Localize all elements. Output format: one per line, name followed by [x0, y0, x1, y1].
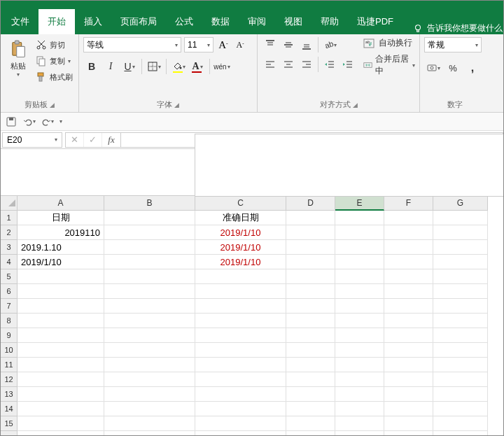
increase-font-button[interactable]: Aˆ [216, 38, 230, 52]
cell-D8[interactable] [286, 314, 335, 328]
cell-A12[interactable] [18, 372, 104, 387]
cell-E16[interactable] [335, 431, 384, 436]
cell-F6[interactable] [384, 284, 433, 299]
wrap-text-button[interactable]: ab 自动换行 [363, 37, 415, 49]
row-header-10[interactable]: 10 [1, 343, 18, 358]
cell-E2[interactable] [335, 225, 384, 240]
cut-button[interactable]: 剪切 [36, 37, 73, 52]
font-size-select[interactable]: 11▾ [184, 37, 214, 52]
cell-E6[interactable] [335, 284, 384, 299]
cell-C3[interactable]: 2019/1/10 [195, 240, 286, 255]
cell-B13[interactable] [104, 387, 195, 402]
column-header-G[interactable]: G [433, 196, 488, 211]
cell-D12[interactable] [286, 372, 335, 387]
cell-D11[interactable] [286, 358, 335, 372]
cell-F5[interactable] [384, 269, 433, 284]
row-header-15[interactable]: 15 [1, 416, 18, 431]
cell-D5[interactable] [286, 269, 335, 284]
cell-D9[interactable] [286, 328, 335, 343]
cell-D15[interactable] [286, 416, 335, 431]
cell-C4[interactable]: 2019/1/10 [195, 255, 286, 269]
align-center-button[interactable] [280, 57, 297, 72]
cell-G11[interactable] [433, 358, 488, 372]
cell-A9[interactable] [18, 328, 104, 343]
undo-button[interactable]: ▾ [23, 115, 36, 128]
cell-F12[interactable] [384, 372, 433, 387]
tab-insert[interactable]: 插入 [75, 9, 111, 34]
cell-D1[interactable] [286, 211, 335, 225]
cell-B14[interactable] [104, 402, 195, 416]
italic-button[interactable]: I [102, 58, 119, 75]
cell-A7[interactable] [18, 299, 104, 314]
cell-A2[interactable]: 2019110 [18, 225, 104, 240]
number-format-select[interactable]: 常规▾ [424, 37, 482, 52]
cell-A13[interactable] [18, 387, 104, 402]
cell-A6[interactable] [18, 284, 104, 299]
cell-C7[interactable] [195, 299, 286, 314]
row-header-3[interactable]: 3 [1, 240, 18, 255]
tab-home[interactable]: 开始 [38, 9, 75, 34]
cell-G15[interactable] [433, 416, 488, 431]
font-color-button[interactable]: A▾ [189, 58, 206, 75]
cell-C6[interactable] [195, 284, 286, 299]
cell-C13[interactable] [195, 387, 286, 402]
align-right-button[interactable] [298, 57, 315, 72]
align-middle-button[interactable] [280, 37, 297, 52]
cell-E3[interactable] [335, 240, 384, 255]
cell-C11[interactable] [195, 358, 286, 372]
cell-A15[interactable] [18, 416, 104, 431]
font-family-select[interactable]: 等线▾ [83, 37, 181, 52]
cell-A10[interactable] [18, 343, 104, 358]
column-header-A[interactable]: A [18, 196, 104, 211]
cell-A11[interactable] [18, 358, 104, 372]
row-header-13[interactable]: 13 [1, 387, 18, 402]
cell-F1[interactable] [384, 211, 433, 225]
cell-C1[interactable]: 准确日期 [195, 211, 286, 225]
cell-D16[interactable] [286, 431, 335, 436]
cell-E9[interactable] [335, 328, 384, 343]
column-header-D[interactable]: D [286, 196, 335, 211]
cell-G16[interactable] [433, 431, 488, 436]
cell-E11[interactable] [335, 358, 384, 372]
cell-C16[interactable] [195, 431, 286, 436]
cell-E8[interactable] [335, 314, 384, 328]
column-header-B[interactable]: B [104, 196, 195, 211]
cell-B7[interactable] [104, 299, 195, 314]
cell-F2[interactable] [384, 225, 433, 240]
cell-F15[interactable] [384, 416, 433, 431]
cell-C10[interactable] [195, 343, 286, 358]
cell-A8[interactable] [18, 314, 104, 328]
cell-G6[interactable] [433, 284, 488, 299]
align-left-button[interactable] [262, 57, 279, 72]
save-button[interactable] [5, 115, 18, 128]
column-header-E[interactable]: E [335, 196, 384, 211]
cell-C5[interactable] [195, 269, 286, 284]
cell-D13[interactable] [286, 387, 335, 402]
cell-B15[interactable] [104, 416, 195, 431]
cell-G5[interactable] [433, 269, 488, 284]
tab-data[interactable]: 数据 [202, 9, 239, 34]
cell-F14[interactable] [384, 402, 433, 416]
phonetic-button[interactable]: wén▾ [214, 58, 230, 75]
redo-button[interactable]: ▾ [41, 115, 54, 128]
cell-B6[interactable] [104, 284, 195, 299]
cell-B1[interactable] [104, 211, 195, 225]
cell-B5[interactable] [104, 269, 195, 284]
row-header-7[interactable]: 7 [1, 299, 18, 314]
cell-G10[interactable] [433, 343, 488, 358]
cell-A3[interactable]: 2019.1.10 [18, 240, 104, 255]
insert-function-button[interactable]: fx [102, 133, 120, 147]
decrease-font-button[interactable]: Aˇ [233, 38, 247, 52]
cell-C14[interactable] [195, 402, 286, 416]
cell-D3[interactable] [286, 240, 335, 255]
cell-D10[interactable] [286, 343, 335, 358]
cell-G13[interactable] [433, 387, 488, 402]
tab-view[interactable]: 视图 [275, 9, 312, 34]
row-header-9[interactable]: 9 [1, 328, 18, 343]
row-header-6[interactable]: 6 [1, 284, 18, 299]
fill-color-button[interactable]: ▾ [170, 58, 187, 75]
align-top-button[interactable] [262, 37, 279, 52]
row-header-1[interactable]: 1 [1, 211, 18, 225]
border-button[interactable]: ▾ [146, 58, 162, 75]
cell-B8[interactable] [104, 314, 195, 328]
